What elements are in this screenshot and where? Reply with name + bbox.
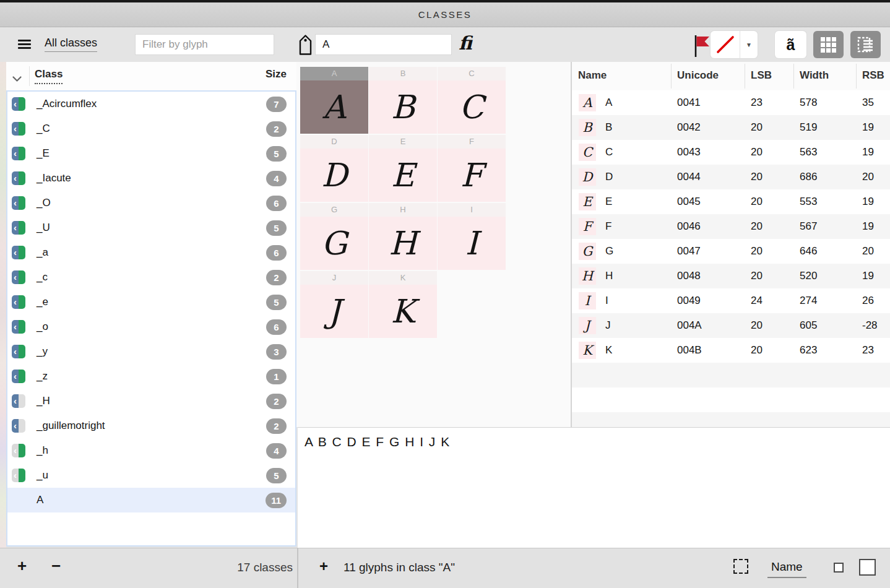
classes-panel-window: CLASSES All classes fi ▼ (0, 0, 890, 588)
glyph-cell-caption: D (300, 135, 368, 149)
glyph-thumbnail: C (579, 144, 596, 161)
unicode-cell: 0044 (677, 171, 701, 183)
glyph-cell[interactable]: JJ (300, 271, 368, 338)
class-size-badge: 6 (266, 196, 287, 211)
kerning-class-icon: ‹ (12, 394, 25, 408)
glyph-cell[interactable]: BB (369, 67, 437, 134)
class-size-badge: 4 (266, 443, 287, 459)
glyph-cell[interactable]: KK (369, 271, 437, 338)
name-column-header[interactable]: Name (578, 69, 607, 82)
kerning-class-icon: ‹ (12, 444, 25, 457)
glyph-cell[interactable]: EE (369, 135, 437, 202)
class-row[interactable]: ‹_Iacute4 (7, 166, 295, 191)
class-row[interactable]: ‹_y3 (7, 339, 295, 364)
glyph-table-row[interactable]: AA00412357835 (572, 90, 890, 115)
width-cell: 563 (800, 146, 817, 158)
glyph-shape: G (321, 225, 347, 262)
toolbar: All classes fi ▼ ã (0, 27, 890, 62)
class-row[interactable]: ‹_c2 (7, 265, 295, 290)
glyph-table-row[interactable]: HH00482052019 (572, 264, 890, 288)
class-row[interactable]: ‹_a6 (7, 240, 295, 265)
class-row[interactable]: ‹_Acircumflex7 (7, 92, 295, 116)
glyph-table-row[interactable]: EE00452055319 (572, 189, 890, 214)
class-row[interactable]: ‹_h4 (7, 438, 295, 463)
rsb-column-header[interactable]: RSB (862, 69, 884, 82)
glyph-cell-caption: I (438, 203, 506, 217)
class-name-label: _y (37, 345, 266, 358)
filter-by-glyph-input[interactable] (135, 34, 274, 55)
lsb-column-header[interactable]: LSB (751, 69, 772, 82)
glyph-cell-drawing: I (438, 217, 506, 270)
glyph-cell[interactable]: CC (438, 67, 506, 134)
class-name-label: _U (37, 222, 266, 234)
mark-color-button[interactable]: ▼ (711, 31, 758, 58)
flag-icon[interactable] (694, 35, 710, 59)
class-column-header[interactable]: Class (35, 68, 63, 84)
class-count-label: 17 classes (237, 561, 293, 574)
glyph-shape: A (322, 89, 346, 126)
menu-icon[interactable] (18, 40, 31, 50)
glyph-search-input[interactable] (315, 34, 452, 55)
glyph-name-cell: H (605, 270, 613, 282)
class-size-badge: 11 (266, 493, 287, 508)
kerning-class-icon: ‹ (12, 171, 25, 185)
glyph-table-row[interactable]: II00492427426 (572, 288, 890, 313)
glyph-cell[interactable]: HH (369, 203, 437, 270)
glyph-table-row[interactable]: DD00442068620 (572, 165, 890, 189)
class-size-badge: 5 (266, 468, 287, 483)
glyph-cell[interactable]: II (438, 203, 506, 270)
add-class-button[interactable]: + (17, 556, 27, 576)
class-row[interactable]: ‹_U5 (7, 215, 295, 240)
glyph-table-row[interactable]: FF00462056719 (572, 214, 890, 239)
show-accents-button[interactable]: ã (775, 31, 806, 58)
glyph-grid-pane: AABBCCDDEEFFGGHHIIJJKK (296, 62, 571, 427)
glyph-table-row[interactable]: BB00422051919 (572, 115, 890, 140)
glyph-table-row[interactable]: GG00472064620 (572, 239, 890, 264)
sort-by-name-link[interactable]: Name (767, 560, 806, 578)
glyph-cell[interactable]: FF (438, 135, 506, 202)
size-column-header[interactable]: Size (266, 68, 287, 80)
selection-marquee-icon[interactable] (733, 559, 748, 574)
class-name-label: _o (37, 321, 266, 333)
width-column-header[interactable]: Width (800, 69, 829, 82)
class-size-badge: 2 (266, 394, 287, 409)
glyph-name-cell: A (605, 97, 612, 109)
class-size-badge: 7 (266, 97, 287, 112)
glyph-cell-drawing: K (369, 285, 437, 338)
kerning-class-icon: ‹ (12, 196, 25, 210)
glyph-table-row[interactable]: JJ004A20605-28 (572, 313, 890, 338)
class-row[interactable]: ‹_E5 (7, 141, 295, 166)
remove-class-button[interactable]: − (51, 556, 61, 576)
chevron-down-icon[interactable] (12, 73, 22, 84)
rsb-cell: 20 (862, 245, 874, 257)
class-row[interactable]: ‹_u5 (7, 463, 295, 488)
large-cell-size-button[interactable] (859, 559, 876, 576)
unicode-column-header[interactable]: Unicode (677, 69, 719, 82)
glyph-shape: I (465, 225, 478, 262)
class-preview-pane[interactable]: A B C D E F G H I J K (298, 427, 890, 548)
glyph-cell-drawing: A (300, 80, 368, 134)
kerning-class-icon: ‹ (12, 147, 25, 160)
class-row[interactable]: ‹_H2 (7, 389, 295, 413)
glyph-cell[interactable]: GG (300, 203, 368, 270)
class-row[interactable]: ‹A11 (7, 488, 295, 512)
grid-view-button[interactable] (813, 31, 844, 58)
glyph-table-row[interactable]: CC00432056319 (572, 140, 890, 165)
glyph-cell-caption: H (369, 203, 437, 217)
class-row[interactable]: ‹_C2 (7, 116, 295, 141)
glyph-table-row[interactable]: KK004B2062323 (572, 338, 890, 363)
class-row[interactable]: ‹_guillemotright2 (7, 413, 295, 438)
list-view-button[interactable] (850, 31, 881, 58)
mark-color-dropdown[interactable]: ▼ (740, 31, 758, 58)
class-row[interactable]: ‹_e5 (7, 290, 295, 314)
add-glyph-button[interactable]: + (319, 558, 328, 575)
glyph-cell-drawing: E (369, 149, 437, 202)
unicode-cell: 0041 (677, 97, 701, 109)
class-row[interactable]: ‹_O6 (7, 191, 295, 215)
glyph-cell[interactable]: AA (300, 67, 368, 134)
class-row[interactable]: ‹_z1 (7, 364, 295, 389)
small-cell-size-button[interactable] (834, 563, 844, 573)
all-classes-link[interactable]: All classes (45, 37, 97, 52)
class-row[interactable]: ‹_o6 (7, 314, 295, 339)
glyph-cell[interactable]: DD (300, 135, 368, 202)
